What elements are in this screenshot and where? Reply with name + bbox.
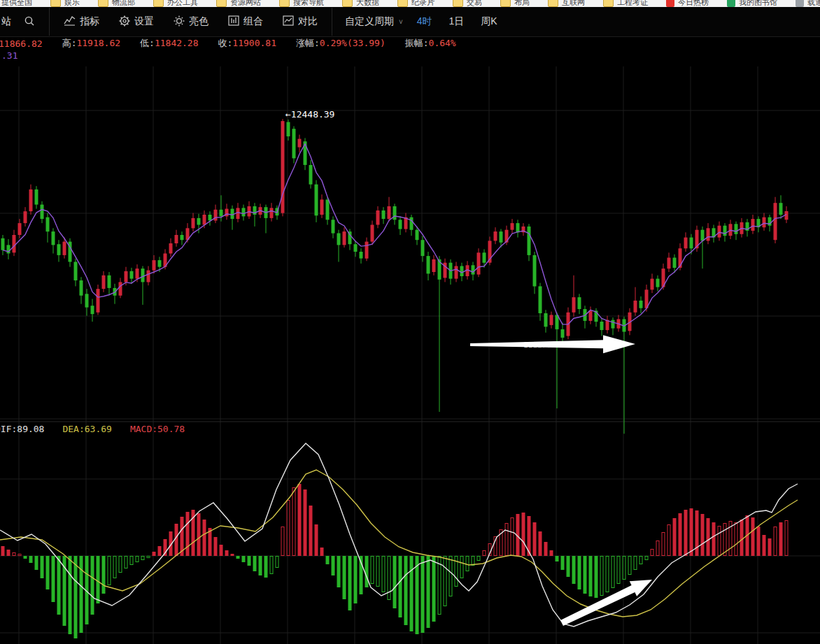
trading-app-window: { "bookmarks_bar": { "partial_left_text"… — [0, 0, 820, 644]
macd-value: MACD:50.78 — [130, 424, 185, 436]
dif-value: DIF:89.08 — [0, 424, 44, 436]
peak-price-annotation: ←12448.39 — [285, 109, 334, 120]
dea-value: DEA:63.69 — [62, 424, 111, 436]
macd-values-row: DIF:89.08 DEA:63.69 MACD:50.78 — [0, 424, 185, 436]
candlestick-macd-chart[interactable]: 11117.79←12448.39 — [0, 0, 820, 644]
